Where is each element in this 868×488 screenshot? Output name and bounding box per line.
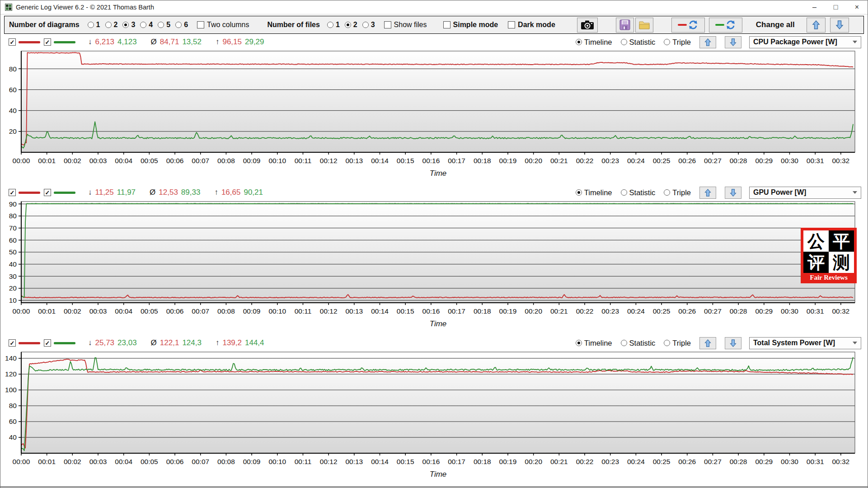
dark-mode-checkbox[interactable]: Dark mode: [508, 21, 555, 29]
plot-area: 2040608000:0000:0100:0200:0300:0400:0500…: [0, 49, 868, 185]
svg-text:00:01: 00:01: [38, 307, 56, 315]
move-diagram-up-button[interactable]: [699, 36, 716, 48]
title-bar: Generic Log Viewer 6.2 - © 2021 Thomas B…: [0, 0, 868, 14]
timeline-chart[interactable]: 40608010012014000:0000:0100:0200:0300:04…: [0, 350, 868, 486]
svg-text:00:15: 00:15: [397, 157, 414, 164]
timeline-radio[interactable]: Timeline: [576, 339, 612, 347]
move-diagram-down-button[interactable]: [725, 337, 741, 349]
toolbar: Number of diagrams 1 2 3 4 5 6 Two colum…: [4, 16, 864, 34]
avg-symbol-icon: Ø: [151, 338, 157, 347]
diagram-count-3-radio[interactable]: 3: [122, 21, 135, 29]
svg-text:00:15: 00:15: [397, 307, 414, 315]
svg-text:00:28: 00:28: [730, 458, 747, 465]
triple-radio[interactable]: Triple: [664, 339, 691, 347]
svg-text:60: 60: [9, 418, 17, 425]
move-diagram-up-button[interactable]: [699, 187, 716, 199]
svg-text:00:08: 00:08: [217, 307, 235, 315]
metric-dropdown[interactable]: CPU Package Power [W]: [749, 36, 861, 48]
diagram-count-6-radio[interactable]: 6: [175, 21, 188, 29]
diagram-count-2-radio[interactable]: 2: [105, 21, 118, 29]
red-series-checkbox[interactable]: ✓: [9, 38, 16, 46]
min-red-value: 25,73: [95, 338, 115, 347]
svg-text:00:28: 00:28: [730, 157, 747, 164]
move-diagram-down-button[interactable]: [725, 36, 741, 48]
change-all-up-button[interactable]: [807, 18, 826, 33]
diagram-count-5-radio[interactable]: 5: [158, 21, 170, 29]
reload-red-series-button[interactable]: [671, 18, 705, 33]
timeline-chart[interactable]: 10203040506070809000:0000:0100:0200:0300…: [0, 200, 868, 336]
svg-text:00:30: 00:30: [781, 157, 798, 164]
svg-text:00:04: 00:04: [115, 157, 132, 164]
svg-text:00:21: 00:21: [550, 307, 568, 315]
file-count-1-radio[interactable]: 1: [327, 21, 340, 29]
red-series-checkbox[interactable]: ✓: [9, 339, 16, 347]
avg-symbol-icon: Ø: [151, 38, 157, 47]
svg-text:00:02: 00:02: [64, 307, 81, 315]
svg-text:00:28: 00:28: [730, 307, 747, 315]
svg-text:00:03: 00:03: [89, 307, 107, 315]
plot-area: 40608010012014000:0000:0100:0200:0300:04…: [0, 350, 868, 486]
timeline-radio[interactable]: Timeline: [576, 188, 612, 197]
series-stats: ↓ 6,213 4,123 Ø 84,71 13,52 ↑ 96,15 29,2…: [88, 38, 264, 47]
avg-green-value: 89,33: [181, 188, 201, 197]
max-red-value: 16,65: [221, 188, 241, 197]
move-diagram-down-button[interactable]: [725, 187, 741, 199]
statistic-radio[interactable]: Statistic: [621, 339, 656, 347]
minimize-button[interactable]: –: [804, 0, 825, 14]
statistic-radio[interactable]: Statistic: [621, 38, 656, 47]
svg-text:00:21: 00:21: [550, 458, 568, 465]
avg-red-value: 84,71: [160, 38, 179, 47]
svg-text:00:01: 00:01: [38, 157, 56, 164]
move-diagram-up-button[interactable]: [699, 337, 716, 349]
refresh-icon: [726, 20, 736, 30]
svg-text:00:29: 00:29: [755, 307, 773, 315]
svg-text:00:08: 00:08: [217, 458, 235, 465]
change-all-down-button[interactable]: [830, 18, 849, 33]
red-series-swatch: [19, 41, 40, 43]
down-arrow-icon: [729, 188, 737, 197]
timeline-chart[interactable]: 2040608000:0000:0100:0200:0300:0400:0500…: [0, 49, 868, 185]
svg-text:00:27: 00:27: [704, 458, 722, 465]
diagram-count-4-radio[interactable]: 4: [140, 21, 153, 29]
screenshot-button[interactable]: [577, 18, 598, 33]
triple-radio[interactable]: Triple: [664, 38, 691, 47]
file-count-2-radio[interactable]: 2: [345, 21, 357, 29]
svg-text:Time: Time: [430, 319, 447, 328]
maximize-button[interactable]: □: [825, 0, 846, 14]
down-arrow-icon: [729, 38, 737, 47]
green-series-checkbox[interactable]: ✓: [44, 189, 51, 196]
green-series-checkbox[interactable]: ✓: [44, 339, 51, 347]
svg-text:00:16: 00:16: [422, 307, 440, 315]
green-series-checkbox[interactable]: ✓: [44, 38, 51, 46]
svg-text:00:09: 00:09: [243, 307, 261, 315]
statistic-radio[interactable]: Statistic: [621, 188, 656, 197]
two-columns-checkbox[interactable]: Two columns: [197, 21, 249, 29]
min-green-value: 4,123: [117, 38, 137, 47]
max-red-value: 139,2: [222, 338, 242, 347]
min-arrow-icon: ↓: [88, 188, 92, 197]
svg-text:00:12: 00:12: [320, 458, 338, 465]
red-series-checkbox[interactable]: ✓: [9, 189, 16, 196]
open-folder-button[interactable]: [635, 18, 653, 33]
metric-dropdown[interactable]: GPU Power [W]: [749, 187, 861, 199]
svg-text:00:23: 00:23: [601, 458, 619, 465]
file-count-3-radio[interactable]: 3: [362, 21, 375, 29]
avg-red-value: 12,53: [159, 188, 178, 197]
reload-green-series-button[interactable]: [709, 18, 742, 33]
min-green-value: 23,03: [117, 338, 137, 347]
svg-text:00:24: 00:24: [627, 157, 645, 164]
chevron-down-icon: [853, 342, 857, 344]
simple-mode-checkbox[interactable]: Simple mode: [443, 21, 498, 29]
diagram-count-1-radio[interactable]: 1: [88, 21, 100, 29]
save-button[interactable]: [616, 18, 634, 33]
diagram-panel: ✓ ✓ ↓ 25,73 23,03 Ø 122,1 124,3 ↑ 139,2 …: [0, 336, 868, 486]
triple-radio[interactable]: Triple: [664, 188, 691, 197]
show-files-checkbox[interactable]: Show files: [384, 21, 427, 29]
timeline-radio[interactable]: Timeline: [576, 38, 612, 47]
diagram-view-controls: Timeline Statistic Triple Total System P…: [576, 337, 861, 349]
svg-text:00:05: 00:05: [141, 307, 158, 315]
svg-text:80: 80: [9, 65, 17, 73]
close-button[interactable]: ×: [846, 0, 868, 14]
metric-dropdown[interactable]: Total System Power [W]: [749, 337, 861, 349]
refresh-icon: [688, 20, 698, 30]
